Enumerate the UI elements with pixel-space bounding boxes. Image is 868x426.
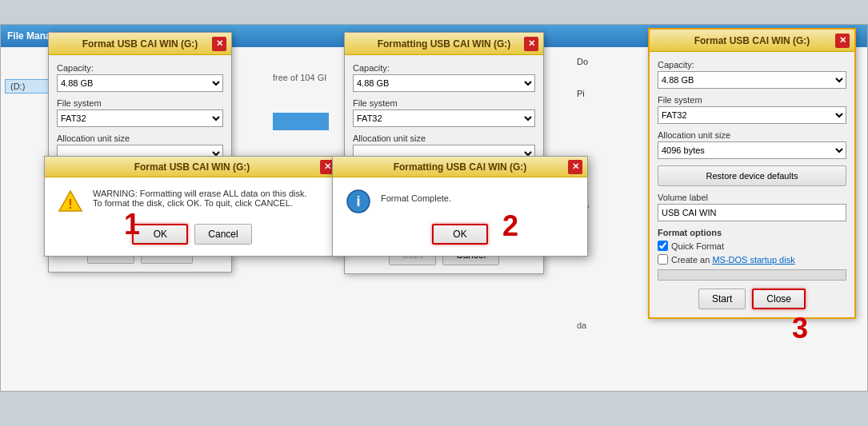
warning-line2: To format the disk, click OK. To quit, c…	[93, 198, 307, 208]
complete-ok-btn[interactable]: OK	[432, 224, 488, 245]
format-window-3: Format USB CAI WIN (G:) ✕ Capacity: 4.88…	[648, 28, 856, 319]
format-window-3-titlebar: Format USB CAI WIN (G:) ✕	[650, 30, 854, 52]
capacity-select-1[interactable]: 4.88 GB	[57, 74, 223, 92]
close-btn-3[interactable]: Close	[752, 289, 806, 309]
warning-line1: WARNING: Formatting will erase ALL data …	[93, 189, 307, 198]
alloc-label-3: Allocation unit size	[658, 130, 846, 140]
complete-btn-row: OK	[346, 224, 574, 245]
capacity-label-3: Capacity:	[658, 60, 846, 70]
format-window-2-title: Formatting USB CAI WIN (G:)	[364, 38, 524, 50]
capacity-select-3[interactable]: 4.88 GB	[658, 71, 846, 89]
bg-pi-text: Pi	[577, 89, 585, 98]
alloc-label-1: Allocation unit size	[57, 133, 223, 143]
bg-bar	[273, 113, 329, 130]
startup-disk-checkbox-3[interactable]	[658, 254, 668, 265]
complete-dialog-body: i Format Complete. OK	[333, 177, 587, 256]
quick-format-checkbox-3[interactable]	[658, 241, 668, 251]
svg-text:i: i	[356, 193, 360, 209]
startup-disk-row-3: Create an MS-DOS startup disk	[658, 254, 846, 265]
complete-dialog: Formatting USB CAI WIN (G:) ✕ i Format C…	[332, 156, 588, 257]
filesystem-select-3[interactable]: FAT32	[658, 106, 846, 124]
warning-text: WARNING: Formatting will erase ALL data …	[93, 189, 307, 208]
format-window-2-titlebar: Formatting USB CAI WIN (G:) ✕	[345, 33, 543, 55]
volume-input-3[interactable]	[658, 204, 846, 221]
progress-empty-3	[658, 269, 846, 281]
capacity-label-1: Capacity:	[57, 63, 223, 73]
alloc-label-2: Allocation unit size	[353, 133, 535, 143]
filesystem-select-2[interactable]: FAT32	[353, 109, 535, 127]
complete-dialog-titlebar: Formatting USB CAI WIN (G:) ✕	[333, 157, 587, 177]
volume-label-3: Volume label	[658, 193, 846, 202]
filesystem-label-2: File system	[353, 98, 535, 108]
bg-do-text: Do	[577, 57, 588, 66]
startup-disk-label-3: Create an MS-DOS startup disk	[671, 255, 795, 265]
capacity-label-2: Capacity:	[353, 63, 535, 73]
btn-row-3: Start Close	[658, 289, 846, 309]
warning-dialog-1: Format USB CAI WIN (G:) ✕ ! WARNING: For…	[44, 156, 340, 257]
complete-dialog-title: Formatting USB CAI WIN (G:)	[352, 161, 568, 173]
quick-format-label-3: Quick Format	[671, 241, 724, 251]
warning-btn-row: OK Cancel	[58, 224, 326, 245]
svg-text:!: !	[68, 197, 72, 211]
complete-text: Format Complete.	[381, 189, 451, 203]
start-btn-3[interactable]: Start	[698, 289, 746, 309]
capacity-select-2[interactable]: 4.88 GB	[353, 74, 535, 92]
format-window-1-close[interactable]: ✕	[212, 37, 226, 51]
info-icon: i	[346, 189, 371, 214]
filesystem-select-1[interactable]: FAT32	[57, 109, 223, 127]
warning-dialog-body: ! WARNING: Formatting will erase ALL dat…	[45, 177, 339, 256]
alloc-select-3[interactable]: 4096 bytes	[658, 141, 846, 159]
warning-cancel-btn[interactable]: Cancel	[194, 224, 251, 245]
filesystem-label-1: File system	[57, 98, 223, 108]
warning-ok-btn[interactable]: OK	[132, 224, 188, 245]
warning-icon: !	[58, 189, 83, 214]
warning-dialog-title: Format USB CAI WIN (G:)	[64, 161, 320, 173]
complete-message: i Format Complete.	[346, 189, 574, 214]
format-window-3-body: Capacity: 4.88 GB File system FAT32 Allo…	[650, 52, 854, 317]
format-window-3-close[interactable]: ✕	[835, 34, 850, 48]
format-window-3-title: Format USB CAI WIN (G:)	[669, 35, 835, 46]
format-window-1-titlebar: Format USB CAI WIN (G:) ✕	[49, 33, 231, 55]
bg-free-text: free of 104 GI	[273, 73, 326, 82]
warning-dialog-titlebar: Format USB CAI WIN (G:) ✕	[45, 157, 339, 177]
format-window-2-close[interactable]: ✕	[524, 37, 538, 51]
format-window-1-title: Format USB CAI WIN (G:)	[68, 38, 212, 50]
quick-format-row-3: Quick Format	[658, 241, 846, 251]
restore-btn-3[interactable]: Restore device defaults	[658, 165, 846, 186]
complete-dialog-close[interactable]: ✕	[568, 160, 582, 174]
format-options-label-3: Format options	[658, 228, 846, 237]
filesystem-label-3: File system	[658, 95, 846, 105]
bg-da-text: da	[577, 320, 586, 330]
warning-message: ! WARNING: Formatting will erase ALL dat…	[58, 189, 326, 214]
